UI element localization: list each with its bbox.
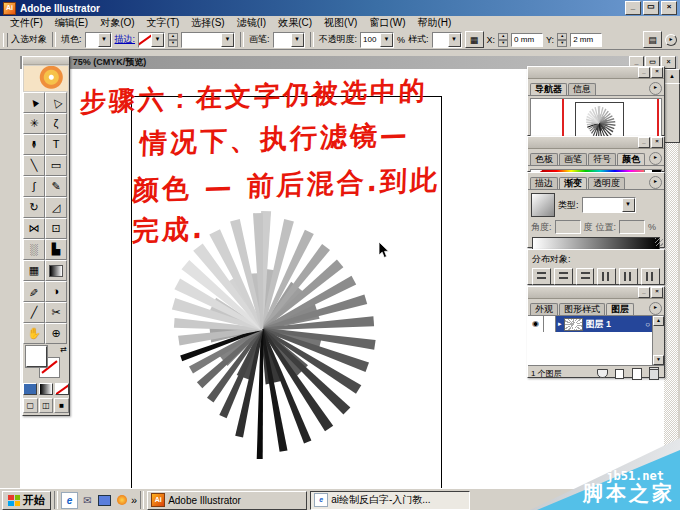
vertical-scrollbar[interactable]: ▲ ▼ — [664, 69, 678, 488]
menu-item-5[interactable]: 选择(S) — [185, 16, 230, 30]
swap-fill-stroke-icon[interactable]: ⇄ — [60, 345, 67, 354]
mesh-tool[interactable]: ▦ — [23, 260, 45, 281]
scissors-tool[interactable]: ✂ — [45, 302, 67, 323]
menu-item-8[interactable]: 视图(V) — [318, 16, 363, 30]
expand-arrow-icon[interactable]: ▸ — [556, 320, 564, 328]
color-tab-2[interactable]: 画笔 — [559, 153, 587, 165]
free-transform-tool[interactable]: ⊡ — [45, 218, 67, 239]
navigator-tab-1[interactable]: 导航器 — [530, 83, 567, 95]
start-button[interactable]: 开始 — [2, 491, 51, 510]
menu-item-10[interactable]: 帮助(H) — [412, 16, 458, 30]
new-layer-button[interactable] — [629, 367, 644, 380]
options-grip[interactable] — [3, 33, 8, 47]
gradient-preview-swatch[interactable] — [531, 193, 555, 217]
fill-color-swatch[interactable] — [26, 346, 47, 367]
quicklaunch-overflow-icon[interactable]: » — [131, 494, 137, 506]
menu-item-4[interactable]: 文字(T) — [141, 16, 186, 30]
layers-title-bar[interactable]: _ × — [528, 287, 664, 299]
zoom-tool[interactable]: ⊕ — [45, 323, 67, 344]
gradient-menu-button[interactable]: ▸ — [649, 176, 662, 189]
distribute-left-button[interactable] — [597, 268, 616, 285]
y-stepper[interactable]: ▲▼ — [557, 33, 567, 47]
menu-item-2[interactable]: 编辑(E) — [49, 16, 94, 30]
chevron-down-icon[interactable]: ▼ — [448, 33, 461, 47]
minimize-button[interactable]: _ — [625, 1, 641, 15]
task-button-browser[interactable]: e ai绘制反白字-入门教... — [310, 491, 470, 510]
distribute-vertical-center-button[interactable] — [554, 268, 573, 285]
chevron-down-icon[interactable]: ▼ — [221, 33, 234, 47]
palettes-button[interactable]: ▤ — [643, 31, 662, 48]
style-dropdown[interactable]: ▼ — [432, 32, 462, 48]
chevron-down-icon[interactable]: ▼ — [151, 33, 164, 47]
color-tab-1[interactable]: 色板 — [530, 153, 558, 165]
scale-tool[interactable]: ◿ — [45, 197, 67, 218]
type-tool[interactable]: T — [45, 134, 67, 155]
scroll-up-arrow[interactable]: ▲ — [664, 69, 680, 84]
palette-close-button[interactable]: × — [651, 287, 663, 298]
stroke-weight-dropdown[interactable]: ▼ — [181, 32, 235, 48]
menu-item-9[interactable]: 窗口(W) — [363, 16, 411, 30]
gradient-button[interactable] — [39, 383, 53, 395]
selection-tool[interactable]: ▲ — [23, 92, 45, 113]
pen-tool[interactable]: ✒ — [23, 134, 45, 155]
menu-item-1[interactable]: 文件(F) — [4, 16, 49, 30]
paintbrush-tool[interactable]: ∫ — [23, 176, 45, 197]
navigator-menu-button[interactable]: ▸ — [649, 82, 662, 95]
blend-tool[interactable]: ◑ — [45, 281, 67, 302]
browser-quicklaunch-icon[interactable]: e — [61, 492, 78, 509]
none-button[interactable] — [55, 383, 69, 395]
gradient-location-input[interactable] — [619, 220, 645, 234]
symbol-sprayer-tool[interactable]: ░ — [23, 239, 45, 260]
menu-item-7[interactable]: 效果(C) — [272, 16, 318, 30]
rotate-tool[interactable]: ↻ — [23, 197, 45, 218]
show-desktop-icon[interactable] — [97, 493, 112, 508]
chevron-down-icon[interactable]: ▼ — [291, 33, 304, 47]
navigator-title-bar[interactable]: _ × — [528, 67, 664, 79]
gradient-tab-3[interactable]: 透明度 — [588, 177, 625, 189]
visibility-toggle[interactable]: ◉ — [528, 316, 544, 332]
media-player-icon[interactable] — [114, 493, 129, 508]
color-menu-button[interactable]: ▸ — [649, 152, 662, 165]
rectangle-tool[interactable]: ▭ — [45, 155, 67, 176]
collapse-bar-button[interactable]: ▸ — [665, 34, 677, 46]
gradient-tab-1[interactable]: 描边 — [530, 177, 558, 189]
layers-scrollbar[interactable]: ▲ ▼ — [652, 316, 664, 365]
screen-mode-1-button[interactable]: ▢ — [23, 398, 38, 413]
screen-mode-2-button[interactable]: ◫ — [39, 398, 54, 413]
toolbox-title-bar[interactable] — [23, 57, 69, 65]
gradient-type-dropdown[interactable]: ▼ — [582, 197, 636, 213]
fill-color-dropdown[interactable]: ▼ — [85, 32, 112, 48]
color-button[interactable] — [23, 383, 37, 395]
layers-tab-1[interactable]: 外观 — [530, 303, 558, 315]
pencil-tool[interactable]: ✎ — [45, 176, 67, 197]
x-input[interactable]: 0 mm — [511, 33, 543, 47]
reflect-tool[interactable]: ⋈ — [23, 218, 45, 239]
x-stepper[interactable]: ▲▼ — [498, 33, 508, 47]
make-clipping-mask-button[interactable] — [595, 367, 610, 380]
document-setup-button[interactable]: ▦ — [465, 31, 484, 48]
mail-quicklaunch-icon[interactable]: ✉ — [80, 493, 95, 508]
palette-close-button[interactable]: × — [651, 67, 663, 78]
distribute-right-button[interactable] — [641, 268, 660, 285]
slice-tool[interactable]: ╱ — [23, 302, 45, 323]
palette-close-button[interactable]: × — [651, 137, 663, 148]
opacity-dropdown[interactable]: 100▼ — [360, 32, 394, 48]
hand-tool[interactable]: ✋ — [23, 323, 45, 344]
magic-wand-tool[interactable]: ✳ — [23, 113, 45, 134]
gradient-angle-input[interactable] — [555, 220, 581, 234]
app-title-bar[interactable]: Ai Adobe Illustrator _ ▭ × — [0, 0, 680, 16]
lasso-tool[interactable]: ζ — [45, 113, 67, 134]
scroll-up-arrow[interactable]: ▲ — [653, 316, 664, 326]
layers-menu-button[interactable]: ▸ — [649, 302, 662, 315]
color-tab-4[interactable]: 颜色 — [617, 153, 645, 165]
menu-item-6[interactable]: 滤镜(I) — [231, 16, 272, 30]
delete-layer-button[interactable] — [646, 367, 661, 380]
palette-resize-grip[interactable] — [655, 238, 663, 246]
scrollbar-thumb[interactable] — [664, 83, 680, 143]
lock-toggle[interactable] — [544, 316, 556, 332]
palette-minimize-button[interactable]: _ — [638, 287, 650, 298]
direct-selection-tool[interactable]: △ — [45, 92, 67, 113]
navigator-tab-2[interactable]: 信息 — [568, 83, 596, 95]
layers-tab-3[interactable]: 图层 — [606, 303, 634, 315]
stroke-label[interactable]: 描边: — [115, 33, 136, 46]
